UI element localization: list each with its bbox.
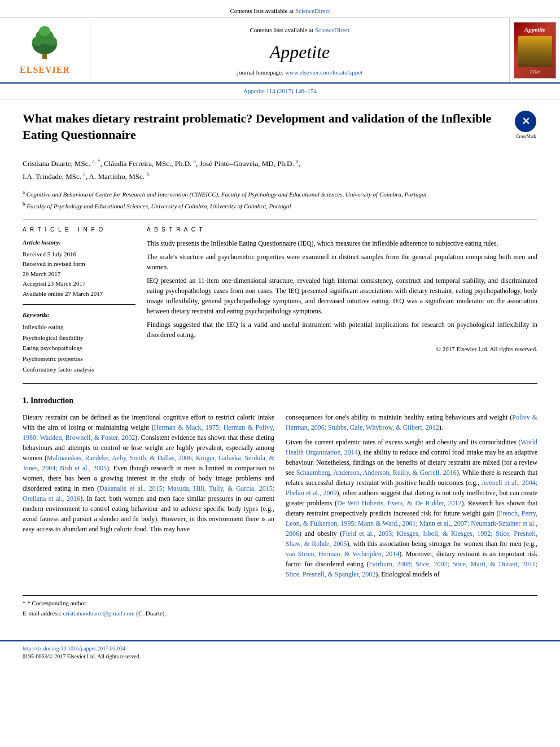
body-left-col: Dietary restraint can be defined as the …: [23, 412, 274, 584]
keyword-4: Psychometric properties: [23, 353, 135, 364]
author-sup-a2: a: [194, 158, 196, 164]
ref-field[interactable]: Field et al., 2003; Klesges, Isbell, & K…: [286, 530, 537, 548]
svg-point-3: [39, 26, 50, 36]
received-revised-label: Received in revised form: [23, 259, 135, 269]
header-logo-left: ELSEVIER: [0, 18, 90, 82]
journal-top-bar: Contents lists available at ScienceDirec…: [0, 5, 560, 18]
cover-title: Appetite: [524, 25, 545, 34]
page-footer: http://dx.doi.org/10.1016/j.appet.2017.0…: [0, 640, 560, 664]
crossmark-badge: ✕ CrossMark: [515, 111, 537, 133]
abstract-para-3: IEQ presented an 11-item one-dimensional…: [147, 276, 537, 316]
ref-vanstrien[interactable]: van Strien, Herman, & Verheijden, 2014: [286, 550, 399, 558]
cover-image: [518, 36, 552, 67]
ref-polivy2006[interactable]: Polivy & Herman, 2006; Stubbs, Gale, Why…: [286, 413, 537, 431]
body-right-para-1: consequences for one's ability to mainta…: [286, 412, 537, 433]
crossmark-icon: ✕: [515, 111, 536, 132]
abstract-para-1: This study presents the Inflexible Eatin…: [147, 238, 537, 248]
svg-point-4: [32, 37, 43, 46]
divider-2: [23, 383, 537, 384]
svg-point-5: [46, 37, 57, 46]
header-center: Contents lists available at ScienceDirec…: [90, 18, 509, 82]
author-sup-a3: a: [296, 158, 298, 164]
ref-malinauskas[interactable]: Malinauskas, Raedeke, Aeby, Smith, & Dal…: [23, 454, 274, 472]
available-date: Available online 27 March 2017: [23, 289, 135, 299]
article-content: What makes dietary restraint problematic…: [0, 99, 560, 631]
section-1-title: 1. Introduction: [23, 395, 537, 407]
author-sup-a: a, *: [92, 158, 100, 164]
revised-date: 20 March 2017: [23, 269, 135, 279]
affiliation-a: a Cognitive and Behavioural Centre for R…: [23, 189, 537, 199]
homepage-label: journal homepage:: [237, 69, 283, 76]
keyword-2: Psychological flexibility: [23, 333, 135, 343]
footer-doi[interactable]: http://dx.doi.org/10.1016/j.appet.2017.0…: [23, 645, 537, 653]
ref-dewitt[interactable]: De Witt Huberts, Evers, & De Ridder, 201…: [337, 499, 461, 507]
email-label: E-mail address:: [23, 610, 62, 617]
cover-text: CHat: [530, 69, 540, 75]
keywords-section: Keywords: Inflexible eating Psychologica…: [23, 311, 135, 374]
abstract-heading: A B S T R A C T: [147, 226, 537, 234]
header-logo-right: Appetite CHat: [509, 18, 560, 82]
body-right-col: consequences for one's ability to mainta…: [286, 412, 537, 584]
doi-text: Appetite 114 (2017) 146–154: [243, 88, 317, 94]
article-dates: Received 5 July 2016 Received in revised…: [23, 250, 135, 299]
body-left-para-1: Dietary restraint can be defined as the …: [23, 412, 274, 534]
footnote-corresponding-label: * Corresponding author.: [27, 600, 88, 606]
ref-dakanalis[interactable]: Dakanalis et al., 2015; Masuda, Hill, Tu…: [23, 484, 274, 503]
received-date: Received 5 July 2016: [23, 250, 135, 260]
article-info-column: A R T I C L E I N F O Article history: R…: [23, 226, 135, 374]
affil-sup-a: a: [23, 189, 25, 195]
homepage-link[interactable]: www.elsevier.com/locate/appet: [285, 69, 362, 76]
ref-who2014[interactable]: World Health Organization, 2014: [286, 438, 537, 456]
journal-homepage: journal homepage: www.elsevier.com/locat…: [237, 68, 362, 77]
footnote-star: *: [23, 600, 27, 606]
article-title-section: What makes dietary restraint problematic…: [23, 111, 537, 150]
contents-label: Contents lists available at: [230, 7, 294, 14]
article-info-abstract: A R T I C L E I N F O Article history: R…: [23, 226, 537, 374]
accepted-date: Accepted 23 March 2017: [23, 279, 135, 289]
article-title-text: What makes dietary restraint problematic…: [23, 111, 506, 150]
sciencedirect-link[interactable]: ScienceDirect: [295, 7, 330, 14]
abstract-column: A B S T R A C T This study presents the …: [147, 226, 537, 374]
doi-bar: Appetite 114 (2017) 146–154: [0, 84, 560, 99]
contents-text: Contents lists available at: [250, 27, 314, 33]
keyword-1: Inflexible eating: [23, 322, 135, 333]
ref-avenell[interactable]: Avenell et al., 2004; Phelan et al., 200…: [286, 479, 537, 497]
introduction-section: 1. Introduction Dietary restraint can be…: [23, 395, 537, 584]
abstract-para-4: Findings suggested that the IEQ is a val…: [147, 320, 537, 340]
footnote-corresponding: * * Corresponding author.: [23, 599, 537, 608]
ref-schaumberg[interactable]: Schaumberg, Anderson, Anderson, Reilly, …: [296, 469, 457, 477]
email-address[interactable]: cristianaoduarte@gmail.com: [63, 610, 134, 617]
elsevier-text: ELSEVIER: [20, 64, 70, 76]
affil-text-b: Faculty of Psychology and Educational Sc…: [27, 203, 291, 209]
footer-issn: 0195-6663/© 2017 Elsevier Ltd. All right…: [23, 653, 537, 661]
abstract-para-2: The scale's structure and psychometric p…: [147, 252, 537, 272]
email-name: (C. Duarte).: [136, 610, 166, 617]
ref-fairburn[interactable]: Fairburn, 2008; Stice, 2002; Stice, Mart…: [286, 560, 537, 578]
article-title: What makes dietary restraint problematic…: [23, 111, 506, 143]
journal-title: Appetite: [270, 40, 330, 65]
author-sup-b: b: [146, 171, 149, 177]
header-main: ELSEVIER Contents lists available at Sci…: [0, 18, 560, 82]
body-right-para-2: Given the current epidemic rates of exce…: [286, 437, 537, 579]
journal-header: Contents lists available at ScienceDirec…: [0, 0, 560, 84]
appetite-cover-image: Appetite CHat: [514, 22, 556, 78]
copyright: © 2017 Elsevier Ltd. All rights reserved…: [147, 344, 537, 354]
body-two-col: Dietary restraint can be defined as the …: [23, 412, 537, 584]
affiliation-b: b Faculty of Psychology and Educational …: [23, 200, 537, 211]
divider-dates: [23, 304, 135, 305]
elsevier-tree-icon: [22, 24, 67, 61]
divider-1: [23, 220, 537, 220]
ref-herman1975[interactable]: Herman & Mack, 1975; Herman & Polivy, 19…: [23, 423, 274, 442]
sciencedirect-link2[interactable]: ScienceDirect: [315, 27, 350, 33]
contents-available: Contents lists available at ScienceDirec…: [250, 24, 349, 37]
keyword-5: Confirmatory factor analysis: [23, 364, 135, 375]
authors-line: Cristiana Duarte, MSc. a, *, Cláudia Fer…: [23, 157, 537, 183]
footnotes: * * Corresponding author. E-mail address…: [23, 595, 537, 618]
affiliations: a Cognitive and Behavioural Centre for R…: [23, 189, 537, 211]
history-label: Article history:: [23, 238, 135, 247]
abstract-text: This study presents the Inflexible Eatin…: [147, 238, 537, 354]
author-sup-a4: a: [83, 171, 85, 177]
affil-text-a: Cognitive and Behavioural Centre for Res…: [27, 190, 427, 197]
article-info-heading: A R T I C L E I N F O: [23, 226, 135, 234]
keywords-label: Keywords:: [23, 311, 135, 319]
